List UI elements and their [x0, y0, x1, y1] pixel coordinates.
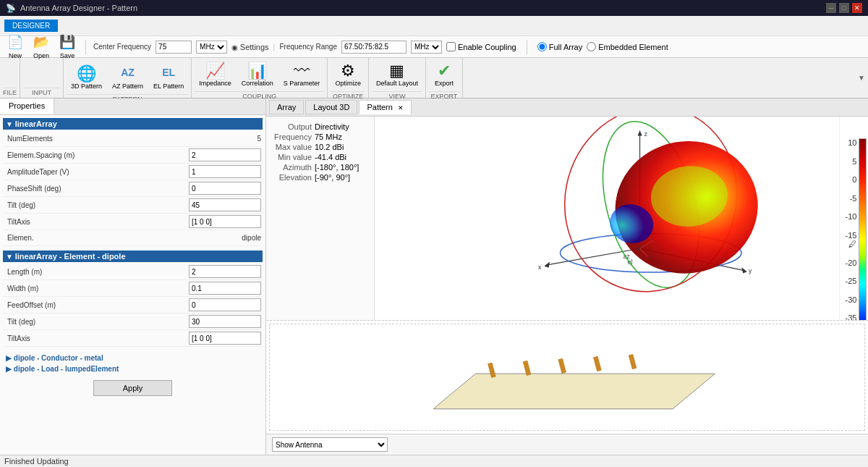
el-pattern-label: EL Pattern — [153, 83, 184, 90]
colorbar-label--5: -5 — [841, 194, 856, 203]
element-value: dipole — [240, 234, 261, 242]
width-input[interactable] — [189, 282, 261, 295]
layout3d-tab[interactable]: Layout 3D — [305, 100, 357, 114]
layout-preview[interactable] — [269, 324, 865, 431]
full-array-radio-label[interactable]: Full Array — [537, 42, 582, 51]
visualization-area[interactable]: z y x az el — [375, 117, 839, 320]
phase-label: PhaseShift (deg) — [4, 185, 189, 193]
elevation-label: Elevation — [272, 173, 312, 182]
colorbar-label--25: -25 — [841, 277, 856, 285]
embedded-element-radio-label[interactable]: Embedded Element — [587, 42, 668, 51]
width-label: Width (m) — [4, 285, 189, 293]
title-bar-text: Antenna Array Designer - Pattern — [20, 4, 137, 12]
pattern-tab-close[interactable]: ✕ — [398, 104, 404, 112]
s-parameter-icon: 〰 — [294, 62, 310, 80]
el-pattern-button[interactable]: EL EL Pattern — [149, 59, 188, 93]
prop-row-width: Width (m) — [3, 280, 263, 297]
output-value: Directivity — [315, 122, 349, 131]
tiltaxis-input[interactable] — [189, 215, 261, 228]
optimize-icon: ⚙ — [341, 62, 355, 80]
full-array-radio[interactable] — [537, 42, 547, 51]
prop-row-numelements: NumElements 5 — [3, 131, 263, 147]
prop-row-length: Length (m) — [3, 264, 263, 280]
maximize-button[interactable]: □ — [839, 3, 849, 13]
array-tab[interactable]: Array — [269, 100, 304, 114]
colorbar-label-10: 10 — [841, 138, 856, 147]
optimize-button[interactable]: ⚙ Optimize — [331, 59, 365, 90]
new-button[interactable]: 📄New — [4, 33, 26, 61]
color-bar: 10 5 0 -5 -10 -15 🖊 -20 -25 -30 -35 -40 — [839, 117, 868, 320]
3d-pattern-svg: z y x az el — [375, 117, 839, 320]
status-bar: Finished Updating — [0, 455, 868, 467]
element-label: Elemen. — [4, 234, 240, 242]
file-group-label: FILE — [3, 88, 17, 96]
tilt-input[interactable] — [189, 198, 261, 211]
bottom-panel: Show Antenna — [266, 321, 868, 455]
show-antenna-select[interactable]: Show Antenna — [272, 437, 388, 452]
panel-tabs: Properties — [0, 98, 265, 115]
default-layout-icon: ▦ — [389, 62, 404, 80]
feedoffset-input[interactable] — [189, 298, 261, 311]
freq-range-input[interactable] — [341, 41, 407, 54]
3d-pattern-button[interactable]: 🌐 3D Pattern — [67, 62, 106, 93]
prop-row-phase: PhaseShift (deg) — [3, 180, 263, 197]
spacing-input[interactable] — [189, 148, 261, 161]
export-button[interactable]: ✔ Export — [429, 59, 459, 90]
status-text: Finished Updating — [4, 457, 69, 466]
prop-row-tiltaxis: TiltAxis — [3, 214, 263, 230]
impedance-button[interactable]: 📈 Impedance — [195, 59, 236, 90]
properties-tab[interactable]: Properties — [0, 98, 54, 114]
settings-label: ◉ Settings — [231, 43, 269, 51]
center-freq-input[interactable] — [156, 41, 192, 54]
color-gradient — [859, 138, 867, 321]
az-pattern-label: AZ Pattern — [112, 83, 143, 90]
optimize-label: Optimize — [335, 80, 361, 87]
pattern-tab[interactable]: Pattern ✕ — [359, 100, 412, 114]
main-content: Properties ▼ linearArray NumElements 5 E… — [0, 98, 868, 455]
export-group: ✔ Export EXPORT — [426, 58, 463, 98]
s-parameter-button[interactable]: 〰 S Parameter — [279, 59, 325, 90]
correlation-button[interactable]: 📊 Correlation — [237, 59, 278, 90]
lumped-subsection[interactable]: dipole - Load - lumpedElement — [3, 363, 263, 374]
numelements-value: 5 — [255, 135, 261, 143]
tiltaxis-label: TiltAxis — [4, 218, 189, 226]
3d-pattern-icon: 🌐 — [77, 65, 96, 83]
default-layout-button[interactable]: ▦ Default Layout — [372, 59, 422, 90]
length-input[interactable] — [189, 265, 261, 278]
feedoffset-label: FeedOffset (m) — [4, 301, 189, 309]
file-group: FILE — [0, 58, 20, 98]
linear-array-section-title: ▼ linearArray — [3, 118, 263, 130]
frequency-value: 75 MHz — [315, 132, 342, 141]
enable-coupling-label[interactable]: Enable Coupling — [446, 42, 516, 51]
apply-button[interactable]: Apply — [93, 380, 173, 396]
close-button[interactable]: ✕ — [852, 3, 862, 13]
tiltaxis2-input[interactable] — [189, 332, 261, 345]
input-group-label: INPUT — [23, 88, 60, 96]
impedance-icon: 📈 — [205, 62, 225, 80]
open-button[interactable]: 📂Open — [30, 33, 52, 61]
enable-coupling-checkbox[interactable] — [446, 42, 456, 51]
minvalue-value: -41.4 dBi — [315, 153, 346, 161]
amplitude-input[interactable] — [189, 165, 261, 178]
save-button[interactable]: 💾Save — [56, 33, 78, 61]
ribbon-tabs: DESIGNER — [0, 16, 868, 36]
minimize-button[interactable]: ─ — [826, 3, 836, 13]
freq-range-unit-select[interactable]: MHz — [411, 41, 442, 54]
length-label: Length (m) — [4, 268, 189, 276]
export-icon: ✔ — [438, 62, 451, 80]
tilt2-input[interactable] — [189, 315, 261, 328]
freq-unit-select[interactable]: MHz — [196, 41, 227, 54]
export-label: Export — [435, 80, 454, 87]
conductor-subsection[interactable]: dipole - Conductor - metal — [3, 353, 263, 363]
coupling-group: 📈 Impedance 📊 Correlation 〰 S Parameter … — [192, 58, 328, 98]
embedded-element-radio[interactable] — [587, 42, 596, 51]
colorbar-label--35: -35 — [841, 314, 856, 321]
prop-row-spacing: Elemem.Spacing (m) — [3, 147, 263, 164]
phase-input[interactable] — [189, 182, 261, 195]
tilt-label: Tilt (deg) — [4, 201, 189, 209]
prop-row-tilt: Tilt (deg) — [3, 197, 263, 214]
pattern-group: 🌐 3D Pattern AZ AZ Pattern EL EL Pattern… — [64, 58, 192, 98]
designer-tab[interactable]: DESIGNER — [4, 20, 58, 32]
az-pattern-button[interactable]: AZ AZ Pattern — [108, 59, 148, 93]
colorbar-label-0: 0 — [841, 175, 856, 184]
